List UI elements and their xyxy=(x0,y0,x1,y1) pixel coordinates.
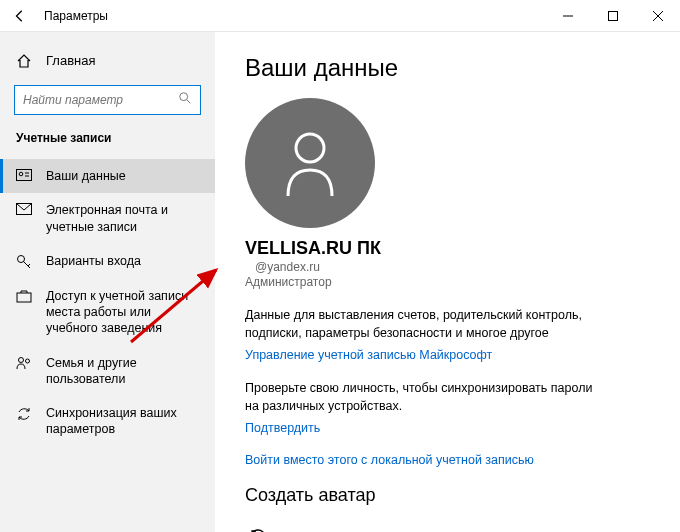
sidebar-item-signin[interactable]: Варианты входа xyxy=(0,244,215,279)
billing-description: Данные для выставления счетов, родительс… xyxy=(245,307,605,342)
window-title: Параметры xyxy=(40,9,545,23)
home-link[interactable]: Главная xyxy=(0,46,215,75)
sidebar-item-family[interactable]: Семья и другие пользователи xyxy=(0,346,215,397)
home-icon xyxy=(16,53,32,69)
account-role: Администратор xyxy=(245,275,650,289)
sidebar-item-label: Электронная почта и учетные записи xyxy=(46,202,199,235)
back-button[interactable] xyxy=(0,0,40,31)
sync-icon xyxy=(16,406,32,422)
avatar-image xyxy=(245,98,375,228)
svg-rect-14 xyxy=(17,293,31,302)
main-content: Ваши данные VELLISA.RU ПК @yandex.ru Адм… xyxy=(215,32,680,532)
sidebar-item-your-info[interactable]: Ваши данные xyxy=(0,159,215,193)
avatar-section-title: Создать аватар xyxy=(245,485,650,506)
camera-label: Камера xyxy=(285,529,330,533)
svg-rect-6 xyxy=(17,170,32,181)
sidebar-item-email[interactable]: Электронная почта и учетные записи xyxy=(0,193,215,244)
local-account-link[interactable]: Войти вместо этого с локальной учетной з… xyxy=(245,453,650,467)
people-icon xyxy=(16,356,32,370)
svg-line-13 xyxy=(28,264,30,266)
sidebar-item-label: Ваши данные xyxy=(46,168,126,184)
mail-icon xyxy=(16,203,32,215)
home-label: Главная xyxy=(46,53,95,68)
key-icon xyxy=(16,254,32,270)
svg-point-4 xyxy=(180,93,188,101)
close-button[interactable] xyxy=(635,0,680,31)
svg-point-7 xyxy=(19,172,23,176)
id-card-icon xyxy=(16,169,32,181)
sidebar-item-sync[interactable]: Синхронизация ваших параметров xyxy=(0,396,215,447)
svg-point-11 xyxy=(18,255,25,262)
svg-point-16 xyxy=(26,359,30,363)
sidebar-item-label: Варианты входа xyxy=(46,253,141,269)
search-input[interactable] xyxy=(14,85,201,115)
svg-rect-1 xyxy=(608,11,617,20)
manage-account-link[interactable]: Управление учетной записью Майкрософт xyxy=(245,348,650,362)
search-field[interactable] xyxy=(23,93,178,107)
maximize-button[interactable] xyxy=(590,0,635,31)
sidebar-item-work[interactable]: Доступ к учетной записи места работы или… xyxy=(0,279,215,346)
verify-link[interactable]: Подтвердить xyxy=(245,421,650,435)
briefcase-icon xyxy=(16,289,32,303)
search-icon xyxy=(178,91,192,109)
account-name: VELLISA.RU ПК xyxy=(245,238,650,259)
sidebar-item-label: Доступ к учетной записи места работы или… xyxy=(46,288,199,337)
section-header: Учетные записи xyxy=(0,131,215,145)
sidebar-item-label: Синхронизация ваших параметров xyxy=(46,405,199,438)
minimize-button[interactable] xyxy=(545,0,590,31)
camera-icon xyxy=(245,526,271,532)
camera-option[interactable]: Камера xyxy=(245,520,650,532)
svg-point-17 xyxy=(296,134,324,162)
page-title: Ваши данные xyxy=(245,54,650,82)
account-email: @yandex.ru xyxy=(245,260,650,274)
sidebar-item-label: Семья и другие пользователи xyxy=(46,355,199,388)
sidebar: Главная Учетные записи Ваши данные Элект… xyxy=(0,32,215,532)
svg-line-5 xyxy=(187,100,191,104)
svg-point-15 xyxy=(19,357,24,362)
verify-description: Проверьте свою личность, чтобы синхрониз… xyxy=(245,380,605,415)
